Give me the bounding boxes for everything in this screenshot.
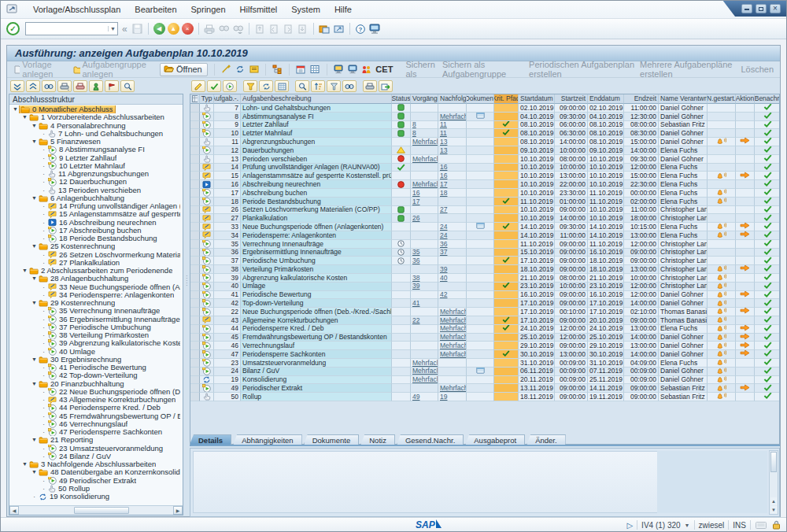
tree-folder-item[interactable]: ▼6 Anlagenbuchhaltung: [9, 194, 183, 202]
message-expand-icon[interactable]: ▷: [626, 521, 633, 530]
task-description[interactable]: Periodensperre: Anlagenkonten: [241, 231, 392, 240]
tree-task-item[interactable]: ·26 Setzen Löschvormerkung Materialien (…: [9, 251, 183, 259]
expander-icon[interactable]: ▼: [31, 194, 38, 202]
document-icon[interactable]: [476, 223, 485, 231]
task-description[interactable]: Bilanz / GuV: [241, 368, 392, 376]
table-row[interactable]: 41Periodische Bewertung4216.10.201909:00…: [190, 291, 779, 300]
create-multiple-plans-button[interactable]: Mehrere Aufgabenpläne erstellen: [640, 60, 737, 79]
delete-button[interactable]: Löschen: [741, 65, 774, 74]
menu-bearbeiten[interactable]: Bearbeiten: [127, 2, 183, 17]
table-row[interactable]: 18Periode Bestandsbuchung1711.10.201901:…: [190, 198, 779, 206]
successor-link[interactable]: Mehrfach: [440, 334, 467, 342]
tree-task-item[interactable]: ·15 Anlagenstammsätze auf gesperrte Kost…: [9, 210, 183, 218]
tree-task-item[interactable]: ·50 Rollup: [9, 485, 183, 493]
tree-task-item[interactable]: ·27 Plankalkulation: [9, 259, 183, 267]
row-selector[interactable]: [190, 291, 200, 300]
successor-link[interactable]: 16: [440, 164, 447, 172]
predecessor-link[interactable]: 8: [412, 121, 416, 129]
task-description[interactable]: Abschreibung neurechnen: [241, 180, 392, 189]
detail-vertical-scrollbar[interactable]: ▲ ▼: [769, 450, 778, 515]
task-description[interactable]: Neue Buchungsperiode öffnen (Deb.-/Kred.…: [241, 308, 392, 316]
successor-link[interactable]: 13: [440, 138, 447, 146]
column-header[interactable]: Krit. Pfad: [494, 94, 519, 104]
successor-link[interactable]: 27: [440, 206, 447, 214]
tree-horizontal-scrollbar[interactable]: ◀ ▶: [9, 505, 183, 515]
tree-task-item[interactable]: ·33 Neue Buchungsperiode öffnen (Anlagen…: [9, 283, 183, 291]
action-arrow-icon[interactable]: [740, 334, 750, 342]
find-icon[interactable]: [218, 23, 230, 35]
predecessor-link[interactable]: 35: [412, 249, 419, 257]
panel-splitter[interactable]: ·····: [185, 94, 189, 515]
scroll-thumb[interactable]: [74, 507, 129, 514]
command-field[interactable]: ▼: [25, 22, 118, 35]
table-view-icon[interactable]: [310, 64, 320, 76]
tree-task-item[interactable]: ·13 Perioden verschieben: [9, 187, 183, 194]
tree-print2-icon[interactable]: [73, 80, 87, 92]
tree-folder-item[interactable]: ▼30 Ergebnisrechnung: [9, 356, 183, 364]
tree-folder-item[interactable]: ▼4 Personalabrechnung: [9, 122, 183, 130]
predecessor-link[interactable]: 41: [412, 299, 419, 307]
column-header[interactable]: Nachfolger: [438, 94, 467, 104]
successor-link[interactable]: 40: [440, 274, 447, 282]
column-header[interactable]: Benachr.: [755, 94, 780, 104]
find-next-icon[interactable]: [232, 23, 244, 35]
successor-link[interactable]: 11: [440, 121, 447, 129]
successor-link[interactable]: Mehrfach: [440, 350, 467, 358]
action-arrow-icon[interactable]: [740, 138, 750, 146]
expander-icon[interactable]: ▼: [31, 436, 38, 444]
table-row[interactable]: 33Neue Buchungsperiode öffnen (Anlagenko…: [190, 223, 779, 231]
tab-notiz[interactable]: Notiz: [360, 434, 395, 445]
grid-export-icon[interactable]: [379, 80, 393, 92]
task-description[interactable]: Periodische Bewertung: [241, 291, 392, 300]
monitor2-icon[interactable]: [347, 64, 357, 76]
tab-dokumente[interactable]: Dokumente: [304, 434, 360, 445]
table-row[interactable]: 24Bilanz / GuVMehrfach06.11.201900:09:00…: [190, 368, 779, 376]
system-info[interactable]: IV4 (1) 320: [641, 521, 680, 530]
row-selector[interactable]: [190, 138, 200, 146]
tab-ausgabeprot[interactable]: Ausgabeprot: [465, 434, 525, 445]
help-icon[interactable]: ?: [355, 23, 367, 35]
task-description[interactable]: Abgrenzung kalkulatorische Kosten: [241, 274, 392, 283]
row-selector[interactable]: [190, 104, 200, 113]
expander-icon[interactable]: ▼: [31, 242, 38, 250]
task-description[interactable]: Prüfung unvollständiger Anlagen (RAUNVA0…: [241, 164, 392, 172]
column-header[interactable]: Vorgänger: [411, 94, 438, 104]
grid-sort-icon[interactable]: [311, 80, 325, 92]
table-row[interactable]: 45Fremdwährungsbewertung OP / Bestandsko…: [190, 334, 779, 342]
table-row[interactable]: 49Periodischer ExtraktMehrfach13.11.2019…: [190, 384, 779, 393]
successor-link[interactable]: Mehrfach: [440, 308, 467, 316]
tree-task-item[interactable]: ·38 Verteilung Primärkosten: [9, 331, 183, 339]
action-arrow-icon[interactable]: [740, 231, 750, 240]
predecessor-link[interactable]: 17: [412, 198, 419, 205]
task-description[interactable]: Top-down-Verteilung: [241, 299, 392, 308]
task-description[interactable]: Anlagenstammsätze auf gesperrte Kostenst…: [241, 172, 392, 180]
table-row[interactable]: 46VerrechnungslaufMehrfach29.10.201909:0…: [190, 342, 779, 350]
expander-icon[interactable]: ▼: [21, 460, 28, 468]
action-arrow-icon[interactable]: [740, 342, 750, 350]
row-selector[interactable]: [190, 283, 200, 291]
tree-task-item[interactable]: ·37 Periodische Umbuchung: [9, 323, 183, 331]
back-icon[interactable]: ◀: [153, 23, 165, 35]
expander-icon[interactable]: ▼: [31, 356, 38, 364]
tree-task-item[interactable]: ·40 Umlage: [9, 348, 183, 356]
menu-hilfsmittel[interactable]: Hilfsmittel: [233, 2, 285, 17]
table-row[interactable]: 22Neue Buchungsperiode öffnen (Deb.-/Kre…: [190, 308, 779, 316]
successor-link[interactable]: Mehrfach: [440, 113, 467, 120]
tree-folder-item[interactable]: ▼25 Kostenrechnung: [9, 242, 183, 250]
task-description[interactable]: Verrechnung Innenaufträge: [241, 240, 392, 249]
tree-task-item[interactable]: ·22 Neue Buchungsperiode öffnen (Deb.-/K…: [9, 388, 183, 396]
predecessor-link[interactable]: Mehrfach: [412, 368, 438, 375]
task-description[interactable]: Periodensperre Kred. / Deb: [241, 325, 392, 334]
column-header[interactable]: Startdatum: [519, 94, 555, 104]
tree-task-item[interactable]: ·17 Abschreibung buchen: [9, 227, 183, 235]
tree-task-item[interactable]: ·12 Dauerbuchungen: [9, 178, 183, 186]
shortcut-icon[interactable]: [333, 23, 345, 35]
action-arrow-icon[interactable]: [740, 308, 750, 316]
table-row[interactable]: 47Periodensperre SachkontenMehrfach30.10…: [190, 350, 779, 359]
customize-icon[interactable]: [369, 23, 381, 35]
task-description[interactable]: Allgemeine Korrekturbuchungen: [241, 316, 392, 325]
task-description[interactable]: Verrechnungslauf: [241, 342, 392, 350]
restore-button[interactable]: [756, 4, 767, 13]
tree-task-item[interactable]: ·41 Periodische Bewertung: [9, 364, 183, 371]
table-row[interactable]: 19KonsolidierungMehrfach20.11.201900:09:…: [190, 376, 779, 385]
